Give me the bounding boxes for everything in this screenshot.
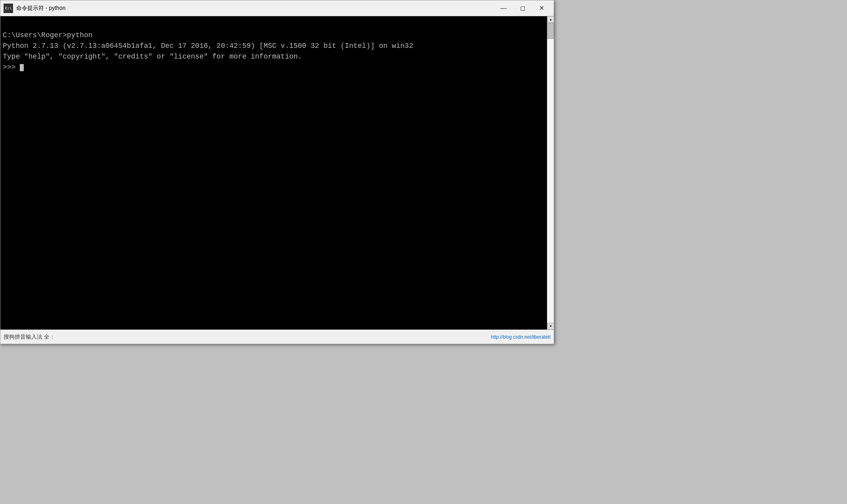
console-line-3: Type "help", "copyright", "credits" or "… [3,53,302,61]
titlebar: C:\ 命令提示符 - python — ◻ ✕ [0,0,554,16]
close-icon: ✕ [539,4,544,12]
console-output[interactable]: C:\Users\Roger>python Python 2.7.13 (v2.… [0,16,547,330]
scrollbar-down-arrow[interactable]: ▼ [547,323,554,330]
minimize-icon: — [500,5,507,12]
cursor [20,64,24,71]
window-controls: — ◻ ✕ [494,2,551,15]
scrollbar-up-arrow[interactable]: ▲ [547,16,554,23]
console-body: C:\Users\Roger>python Python 2.7.13 (v2.… [0,16,554,330]
console-line-4: >>> [3,63,24,71]
close-button[interactable]: ✕ [532,2,551,15]
scrollbar-thumb[interactable] [547,23,554,39]
statusbar-left: 搜狗拼音输入法 全： [4,333,55,341]
window-icon: C:\ [4,4,13,13]
restore-button[interactable]: ◻ [513,2,532,15]
console-line-2: Python 2.7.13 (v2.7.13:a06454b1afa1, Dec… [3,42,413,50]
scrollbar: ▲ ▼ [547,16,554,330]
cmd-window: C:\ 命令提示符 - python — ◻ ✕ C:\Users\Roger>… [0,0,554,344]
statusbar-url: http://blog.csdn.net/liberatett [491,334,551,340]
window-title: 命令提示符 - python [16,5,494,12]
statusbar: 搜狗拼音输入法 全： http://blog.csdn.net/liberate… [0,330,554,344]
restore-icon: ◻ [520,4,525,12]
minimize-button[interactable]: — [494,2,513,15]
console-line-1: C:\Users\Roger>python [3,31,93,39]
ime-label: 搜狗拼音输入法 全： [4,333,55,341]
scrollbar-track[interactable] [547,23,554,323]
